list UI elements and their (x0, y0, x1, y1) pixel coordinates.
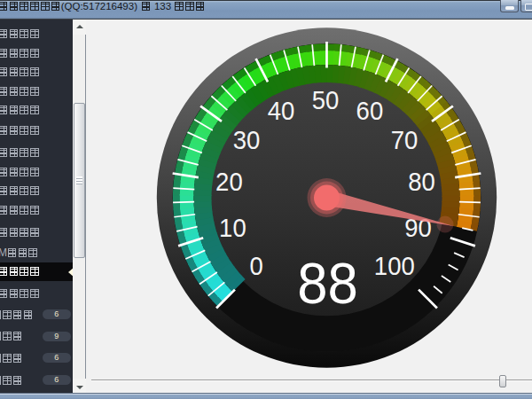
svg-text:30: 30 (233, 125, 261, 154)
svg-text:88: 88 (297, 252, 358, 316)
svg-text:40: 40 (268, 96, 295, 125)
svg-text:100: 100 (374, 252, 415, 281)
svg-text:10: 10 (219, 213, 246, 242)
svg-text:60: 60 (356, 96, 384, 125)
svg-text:50: 50 (312, 85, 340, 114)
svg-text:80: 80 (408, 168, 435, 197)
svg-text:20: 20 (215, 168, 243, 197)
svg-text:70: 70 (391, 125, 419, 154)
svg-text:0: 0 (250, 252, 263, 281)
